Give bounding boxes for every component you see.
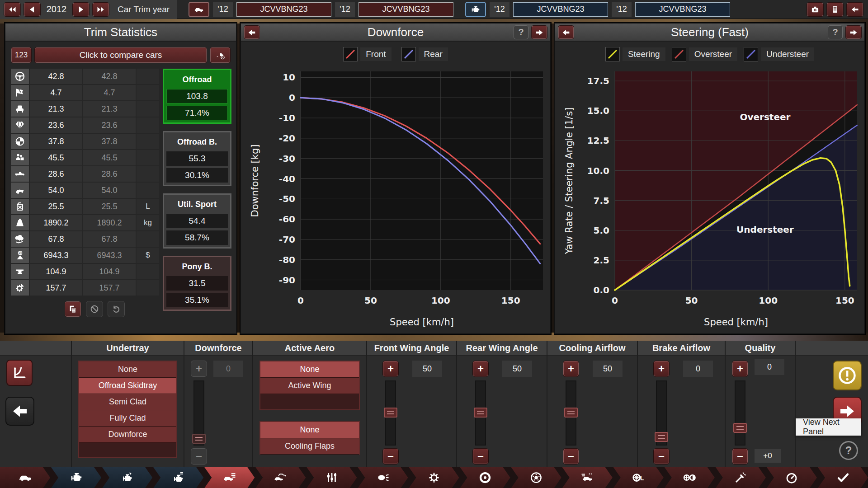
cooling-option-cooling-flaps[interactable]: Cooling Flaps [260, 438, 359, 455]
copy-stats-button[interactable] [64, 301, 81, 317]
downforce-increase-button[interactable]: + [191, 361, 207, 377]
help-button[interactable]: ? [514, 25, 528, 39]
toolbar-tab-gearbox[interactable] [307, 467, 357, 488]
undertray-option-semi-clad[interactable]: Semi Clad [79, 394, 176, 410]
document-icon [830, 5, 840, 14]
cooling-option-none[interactable]: None [260, 422, 359, 438]
numbers-toggle-button[interactable]: 123 [11, 47, 32, 63]
toolbar-tab-aero[interactable] [562, 467, 613, 488]
front-wing-decrease-button[interactable]: − [382, 448, 399, 465]
compare-cars-button[interactable]: Click to compare cars [34, 47, 207, 63]
legend-understeer[interactable]: Understeer [744, 47, 814, 61]
downforce-slider-handle[interactable] [192, 434, 206, 444]
stat-value: 157.7 [30, 280, 82, 296]
demographic-offroad[interactable]: Offroad 103.8 71.4% [163, 69, 231, 124]
rear-wing-slider-track[interactable] [475, 380, 486, 446]
screenshot-button[interactable] [807, 2, 824, 17]
rear-wing-slider-handle[interactable] [474, 408, 487, 418]
toolbar-tab-confirm[interactable] [818, 467, 868, 488]
toolbar-tab-testing[interactable] [767, 467, 817, 488]
legend-oversteer[interactable]: Oversteer [672, 47, 737, 61]
rear-wing-increase-button[interactable]: + [472, 361, 489, 377]
next-decade-button[interactable] [92, 2, 109, 17]
next-chart-button[interactable] [845, 25, 862, 39]
legend-front[interactable]: Front [343, 47, 391, 61]
next-chart-button[interactable] [531, 25, 547, 39]
cooling-slider-handle[interactable] [564, 408, 578, 418]
undertray-option-offroad-skidtray[interactable]: Offroad Skidtray [79, 378, 176, 394]
cooling-decrease-button[interactable]: − [563, 448, 579, 465]
active-wing-option-active-wing[interactable]: Active Wing [260, 378, 359, 394]
active-wing-option-none[interactable]: None [260, 361, 359, 378]
toolbar-tab-brakes[interactable] [511, 467, 561, 488]
load-car-button[interactable] [210, 47, 231, 63]
demographic-pony-budget[interactable]: Pony B. 31.5 35.1% [163, 256, 231, 311]
brake-slider-handle[interactable] [655, 432, 668, 442]
engine-tab-1[interactable]: JCVVBNG23 [513, 2, 608, 17]
quality-slider-handle[interactable] [733, 423, 747, 433]
undertray-option-downforce[interactable]: Downforce [79, 427, 176, 443]
downforce-slider-track[interactable] [193, 380, 204, 446]
prev-chart-button[interactable] [244, 25, 260, 39]
toolbar-tab-wheels[interactable] [460, 467, 510, 488]
quality-slider-track[interactable] [735, 380, 745, 446]
graph-view-button[interactable] [6, 360, 33, 386]
front-wing-slider-handle[interactable] [384, 408, 397, 418]
car-model-button[interactable] [189, 2, 209, 17]
clear-compare-button[interactable] [86, 301, 103, 317]
next-year-button[interactable] [72, 2, 90, 17]
prev-year-button[interactable] [24, 2, 41, 17]
demographic-percent: 30.1% [166, 168, 228, 183]
undo-button[interactable] [108, 301, 125, 317]
back-button[interactable] [846, 2, 863, 17]
toolbar-tab-engine-family[interactable] [51, 467, 101, 488]
svg-text:-10: -10 [279, 113, 295, 123]
undertray-option-fully-clad[interactable]: Fully Clad [79, 410, 176, 427]
legend-steering[interactable]: Steering [605, 47, 665, 61]
stat-value: 28.6 [30, 166, 82, 182]
engine-icon [470, 5, 481, 14]
toolbar-tab-car-body[interactable] [0, 467, 50, 488]
car-tab-1[interactable]: JCVVBNG23 [236, 2, 331, 17]
quality-decrease-button[interactable]: − [732, 448, 748, 465]
engine-button[interactable] [465, 2, 486, 17]
brake-increase-button[interactable]: + [653, 361, 670, 377]
cooling-increase-button[interactable]: + [563, 361, 579, 377]
legend-rear[interactable]: Rear [401, 47, 448, 61]
cooling-slider-track[interactable] [566, 380, 576, 446]
demographic-offroad-budget[interactable]: Offroad B. 55.3 30.1% [163, 131, 231, 186]
notes-button[interactable] [826, 2, 844, 17]
toolbar-tab-lights[interactable] [358, 467, 408, 488]
headlight-icon [376, 471, 390, 484]
prev-decade-button[interactable] [4, 2, 21, 17]
engine-variant-icon [121, 471, 134, 484]
utility-truck-icon [11, 166, 29, 182]
toolbar-tab-fuel[interactable] [716, 467, 766, 488]
demographic-utility-sport[interactable]: Util. Sport 54.4 58.7% [163, 193, 231, 249]
production-anvil-icon [11, 264, 29, 279]
help-button[interactable]: ? [828, 25, 843, 39]
downforce-decrease-button[interactable]: − [191, 448, 207, 465]
view-prev-panel-button[interactable] [5, 397, 34, 426]
toolbar-tab-engine-variant[interactable] [102, 467, 152, 488]
car-tab-2[interactable]: JCVVBNG23 [359, 2, 453, 17]
steering-chart: 0.02.55.07.510.012.515.017.5050100150Spe… [558, 64, 863, 333]
quality-increase-button[interactable]: + [732, 361, 748, 377]
help-circle-button[interactable]: ? [839, 441, 858, 460]
svg-text:50: 50 [364, 295, 377, 306]
front-wing-increase-button[interactable]: + [382, 361, 399, 377]
brake-decrease-button[interactable]: − [653, 448, 670, 465]
engine-tab-2[interactable]: JCVVBNG23 [635, 2, 730, 17]
warning-button[interactable] [833, 361, 862, 390]
brake-slider-track[interactable] [656, 380, 667, 446]
toolbar-tab-engine-tests[interactable] [153, 467, 203, 488]
toolbar-tab-car-models[interactable] [255, 467, 306, 488]
toolbar-tab-tyre-load[interactable]: L [613, 467, 664, 488]
toolbar-tab-chassis[interactable] [409, 467, 459, 488]
prev-chart-button[interactable] [558, 25, 574, 39]
undertray-option-none[interactable]: None [79, 361, 176, 378]
toolbar-tab-drivetrain[interactable] [665, 467, 715, 488]
rear-wing-decrease-button[interactable]: − [472, 448, 489, 465]
front-wing-slider-track[interactable] [385, 380, 396, 446]
toolbar-tab-trim-stats[interactable] [204, 467, 255, 488]
